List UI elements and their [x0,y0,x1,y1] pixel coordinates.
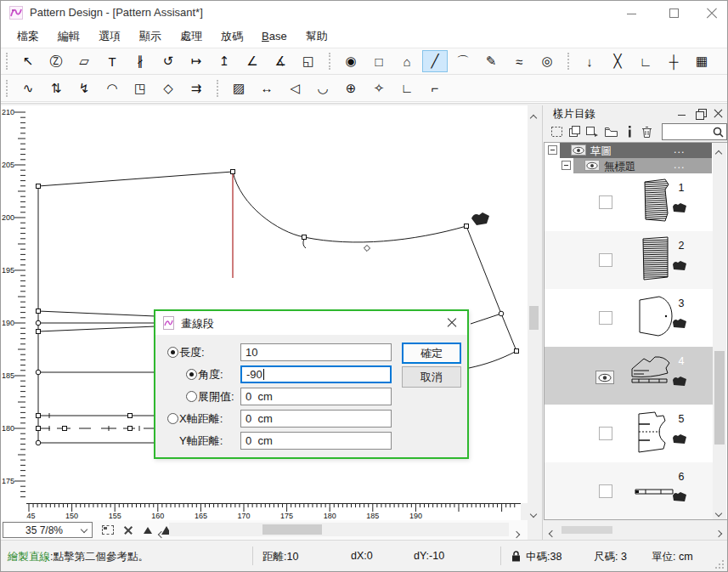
panel-scroll-thumb[interactable] [562,526,612,534]
angle-x-tool[interactable]: ∠ [240,50,265,72]
page-bounds-button[interactable] [99,523,116,537]
piece-item-2[interactable]: 2 [545,231,713,289]
y-distance-input[interactable]: 0 cm [240,432,392,450]
measure-ruler-tool[interactable]: ▱ [71,50,97,72]
collapse-icon[interactable] [548,145,557,155]
panel-minimize-button[interactable] [677,109,686,118]
maximize-button[interactable] [668,7,680,20]
visibility-toggle[interactable] [571,144,586,156]
expand-value-radio[interactable] [186,391,197,402]
ok-button[interactable]: 確定 [402,343,461,364]
panel-horizontal-scrollbar[interactable] [543,522,728,539]
piece-checkbox[interactable] [599,311,612,325]
piece-checkbox[interactable] [599,484,612,498]
point-circle-tool[interactable]: ◉ [338,50,364,72]
list-scroll-up-icon[interactable] [715,150,722,157]
resize-grip[interactable] [714,559,725,569]
rectangle-tool[interactable]: □ [366,50,392,72]
expand-value-input[interactable]: 0 cm [240,388,392,405]
line-tool[interactable]: ╱ [422,50,448,72]
symmetric-shape-tool[interactable]: ◇ [155,77,181,99]
visibility-toggle[interactable] [584,160,600,171]
piece-item-1[interactable]: 1 [545,173,713,231]
trim-tool[interactable]: ∦ [127,50,153,72]
corner-adjust-tool[interactable]: ◳ [127,77,153,99]
search-icon[interactable] [713,127,724,138]
curve-tool[interactable]: ≈ [506,50,532,72]
vertical-scroll-thumb[interactable] [529,306,539,330]
move-x-tool[interactable]: ↦ [183,50,209,72]
toolbar-grip[interactable] [6,53,9,70]
cancel-button[interactable]: 取消 [402,366,461,388]
zoom-level-combo[interactable]: 35 7/8% [3,522,93,538]
tree-node-untitled[interactable]: 無標題 ... [545,158,727,173]
hem-tool[interactable]: ⌐ [422,77,448,99]
menu-base[interactable]: Base [252,26,296,46]
select-tool[interactable]: ↖ [15,50,41,72]
copy-piece-button[interactable] [566,124,583,139]
tree-more-button[interactable]: ... [674,159,685,171]
menu-edit[interactable]: 編輯 [48,25,89,48]
menu-help[interactable]: 幫助 [296,25,337,48]
list-scroll-down-icon[interactable] [715,510,722,517]
piece-checkbox[interactable] [599,195,612,209]
tree-node-sketch[interactable]: 草圖 ... [545,143,727,158]
piece-checkbox[interactable] [599,427,612,440]
panel-header[interactable]: 樣片目錄 [543,105,728,122]
info-button[interactable] [621,124,638,139]
open-folder-button[interactable] [602,124,619,139]
arc-tool[interactable]: ⌒ [450,50,476,72]
intersect-point-tool[interactable]: ┼ [661,50,686,72]
x-distance-input[interactable]: 0 cm [240,410,392,428]
fan-spread-tool[interactable]: ◡ [310,77,336,99]
piece-item-6[interactable]: 6 [545,462,713,520]
list-vertical-scrollbar[interactable] [713,143,726,519]
tree-more-button[interactable]: ... [674,144,685,156]
zoom-out-view-button[interactable] [139,523,156,537]
toolbar-grip[interactable] [6,80,9,97]
dart-rotate-tool[interactable]: ◠ [99,77,125,99]
paste-piece-button[interactable] [584,124,601,139]
collapse-icon[interactable] [562,161,571,170]
toolbar-grip[interactable] [217,80,220,97]
angle-radio[interactable] [186,369,197,380]
list-scroll-thumb[interactable] [714,351,725,445]
pleat-tool[interactable]: ⇅ [43,77,69,99]
length-radio[interactable] [167,347,178,358]
title-bar[interactable]: Pattern Design - [Pattern Assisant*] [1,1,727,25]
menu-process[interactable]: 處理 [171,25,212,48]
scroll-down-icon[interactable] [530,511,537,518]
move-y-tool[interactable]: ↥ [212,50,237,72]
toolbar-grip[interactable] [567,53,571,70]
piece-item-4[interactable]: 4 [545,347,713,405]
x-distance-radio[interactable] [167,413,178,424]
spread-arrows-tool[interactable]: ✧ [366,77,392,99]
menu-view[interactable]: 顯示 [130,25,171,48]
dialog-title-bar[interactable]: 畫線段 [155,311,467,335]
horizontal-scroll-thumb[interactable] [262,524,322,535]
canvas-horizontal-scrollbar[interactable] [169,523,509,536]
delete-button[interactable] [638,124,655,139]
wave-curve-tool[interactable]: ∿ [15,77,41,99]
menu-grading[interactable]: 放碼 [212,25,252,48]
canvas-vertical-scrollbar[interactable] [528,105,540,518]
dialog-close-button[interactable] [447,318,457,328]
piece-checkbox[interactable] [599,253,612,267]
region-select-tool[interactable]: ◱ [296,50,321,72]
pen-tool[interactable]: ✎ [478,50,504,72]
panel-scroll-left-icon[interactable] [549,530,556,537]
length-input[interactable]: 10 [240,343,392,361]
corner-point-tool[interactable]: ∟ [633,50,658,72]
menu-file[interactable]: 檔案 [8,25,48,48]
multi-point-tool[interactable]: ▦ [689,50,714,72]
search-input[interactable] [664,125,712,139]
piece-visibility-toggle[interactable] [595,371,614,384]
angle-y-tool[interactable]: ∡ [268,50,293,72]
polygon-tool[interactable]: ⌂ [394,50,420,72]
scatter-point-tool[interactable]: ↯ [71,77,97,99]
corner-ruler-tool[interactable]: ∟ [394,77,420,99]
width-adjust-tool[interactable]: ↔ [254,77,279,99]
parallel-copy-tool[interactable]: ⇉ [183,77,209,99]
panel-close-button[interactable] [714,109,723,118]
angle-input[interactable]: -90 [240,365,392,383]
